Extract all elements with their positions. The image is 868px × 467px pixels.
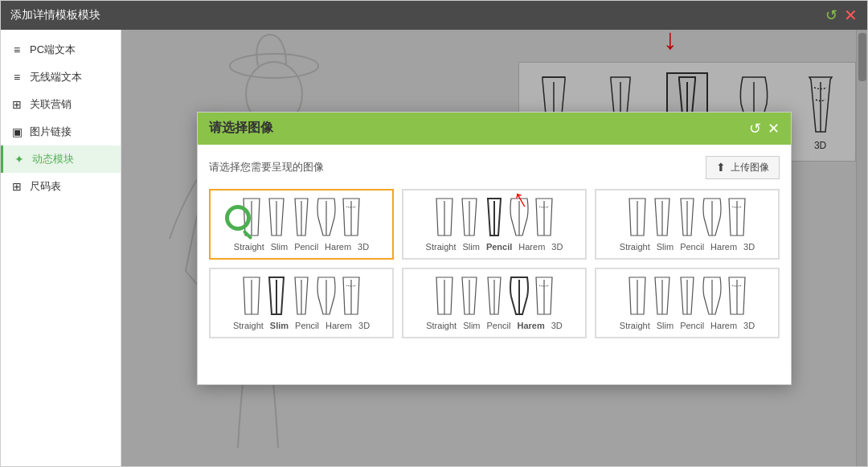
main-content: ↓ Straight: [121, 30, 867, 466]
refresh-button[interactable]: ↺: [825, 8, 837, 23]
image-cell-labels-5: Straight Slim Pencil Harem 3D: [426, 321, 563, 330]
image-cell-labels-2: Straight Slim Pencil Harem 3D: [426, 242, 563, 252]
sidebar-item-pc-text[interactable]: ≡ PC端文本: [1, 36, 121, 63]
pants-mini-4: [240, 276, 362, 316]
modal-overlay: ↓ 请选择图像 ↺ ✕ 请选择您需要呈现的图像: [121, 30, 867, 466]
sidebar-item-label: 无线端文本: [30, 70, 82, 84]
image-cell-1[interactable]: Straight Slim Pencil Harem 3D: [209, 189, 394, 260]
image-cell-labels-4: Straight Slim Pencil Harem 3D: [233, 321, 370, 330]
upload-label: 上传图像: [731, 161, 769, 174]
close-button[interactable]: ✕: [844, 7, 858, 23]
modal-refresh-button[interactable]: ↺: [749, 120, 761, 137]
modal-title-actions: ↺ ✕: [749, 120, 780, 137]
image-cell-6[interactable]: Straight Slim Pencil Harem 3D: [595, 268, 780, 338]
sidebar-item-size-table[interactable]: ⊞ 尺码表: [1, 173, 121, 200]
modal-close-button[interactable]: ✕: [768, 120, 780, 137]
sidebar-item-label: 关联营销: [30, 97, 72, 112]
sidebar-item-label: 图片链接: [30, 125, 72, 139]
sidebar: ≡ PC端文本 ≡ 无线端文本 ⊞ 关联营销 ▣ 图片链接 ✦ 动态模块 ⊞ 尺…: [1, 30, 121, 466]
table-icon: ⊞: [10, 180, 23, 193]
image-cell-labels-1: Straight Slim Pencil Harem 3D: [234, 242, 369, 252]
main-window: 添加详情模板模块 ↺ ✕ ≡ PC端文本 ≡ 无线端文本 ⊞ 关联营销 ▣ 图片…: [0, 0, 868, 467]
sidebar-item-dynamic[interactable]: ✦ 动态模块: [1, 145, 121, 173]
search-overlay: [225, 205, 251, 231]
image-cell-3[interactable]: Straight Slim Pencil Harem 3D: [595, 189, 780, 260]
modal-body: 请选择您需要呈现的图像 ⬆ 上传图像: [198, 145, 791, 384]
window-title: 添加详情模板模块: [10, 8, 100, 23]
image-cell-labels-6: Straight Slim Pencil Harem 3D: [620, 321, 755, 330]
modal-title: 请选择图像: [209, 120, 273, 137]
pants-mini-1: [240, 197, 362, 237]
pants-mini-6: [626, 276, 748, 316]
sidebar-item-label: PC端文本: [30, 43, 76, 57]
modal-title-bar: 请选择图像 ↺ ✕: [198, 113, 791, 145]
sidebar-item-image-link[interactable]: ▣ 图片链接: [1, 118, 121, 145]
sidebar-item-label: 动态模块: [32, 152, 74, 166]
image-select-modal: 请选择图像 ↺ ✕ 请选择您需要呈现的图像 ⬆ 上传图像: [197, 112, 792, 385]
text-icon: ≡: [10, 43, 23, 56]
modal-subtitle: 请选择您需要呈现的图像 ⬆ 上传图像: [209, 156, 780, 179]
window-body: ≡ PC端文本 ≡ 无线端文本 ⊞ 关联营销 ▣ 图片链接 ✦ 动态模块 ⊞ 尺…: [1, 30, 867, 466]
image-cell-4[interactable]: Straight Slim Pencil Harem 3D: [209, 268, 394, 338]
image-grid: Straight Slim Pencil Harem 3D: [209, 189, 780, 338]
upload-image-button[interactable]: ⬆ 上传图像: [706, 156, 780, 179]
image-cell-2[interactable]: Straight Slim Pencil Harem 3D: [402, 189, 587, 260]
image-cell-labels-3: Straight Slim Pencil Harem 3D: [620, 242, 755, 252]
image-icon: ▣: [10, 125, 23, 138]
title-bar: 添加详情模板模块 ↺ ✕: [1, 1, 867, 30]
upload-icon: ⬆: [716, 161, 726, 174]
image-cell-5[interactable]: Straight Slim Pencil Harem 3D: [402, 268, 587, 338]
title-bar-actions: ↺ ✕: [825, 7, 858, 23]
dynamic-icon: ✦: [13, 153, 26, 166]
modal-subtitle-text: 请选择您需要呈现的图像: [209, 160, 324, 174]
marketing-icon: ⊞: [10, 98, 23, 111]
sidebar-item-mobile-text[interactable]: ≡ 无线端文本: [1, 63, 121, 91]
sidebar-item-marketing[interactable]: ⊞ 关联营销: [1, 91, 121, 118]
sidebar-item-label: 尺码表: [30, 179, 61, 194]
pants-mini-3: [626, 197, 748, 237]
pants-mini-2: [433, 197, 555, 237]
text-icon: ≡: [10, 71, 23, 84]
pants-mini-5: [433, 276, 555, 316]
search-circle: [225, 205, 251, 231]
